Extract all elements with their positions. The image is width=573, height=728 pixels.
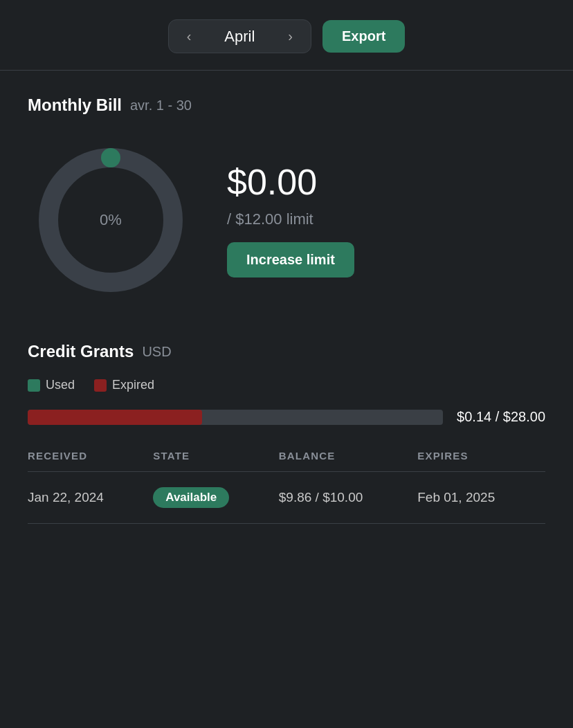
monthly-bill-title: Monthly Bill avr. 1 - 30 [28,95,545,115]
next-month-button[interactable]: › [284,27,297,46]
progress-bar-outer [28,410,443,425]
bill-info: $0.00 / $12.00 limit Increase limit [227,163,354,277]
legend: Used Expired [28,378,545,392]
received-date: Jan 22, 2024 [28,472,153,524]
used-dot [28,379,40,392]
progress-bar-fill [28,410,202,425]
credit-grants-section: Credit Grants USD Used Expired $0.14 / $… [0,328,573,549]
currency-label: USD [142,344,171,360]
bill-content: 0% $0.00 / $12.00 limit Increase limit [28,137,545,303]
monthly-bill-section: Monthly Bill avr. 1 - 30 0% $0.00 / $12.… [0,71,573,328]
prev-month-button[interactable]: ‹ [183,27,196,46]
expired-label: Expired [112,378,154,392]
table-row: Jan 22, 2024 Available $9.86 / $10.00 Fe… [28,472,545,524]
expires-date: Feb 01, 2025 [417,472,545,524]
table-header-row: RECEIVED STATE BALANCE EXPIRES [28,450,545,472]
export-button[interactable]: Export [322,20,405,53]
credit-grants-label: Credit Grants [28,342,134,361]
progress-row: $0.14 / $28.00 [28,409,545,425]
expired-dot [94,379,107,392]
monthly-bill-date-range: avr. 1 - 30 [130,98,192,113]
col-received: RECEIVED [28,450,153,472]
col-expires: EXPIRES [417,450,545,472]
header: ‹ April › Export [0,0,573,70]
bill-limit: / $12.00 limit [227,210,354,228]
col-balance: BALANCE [279,450,417,472]
month-navigator: ‹ April › [168,19,311,53]
legend-used: Used [28,378,75,392]
grants-table: RECEIVED STATE BALANCE EXPIRES Jan 22, 2… [28,450,545,524]
increase-limit-button[interactable]: Increase limit [227,242,354,277]
balance-cell: $9.86 / $10.00 [279,472,417,524]
credit-grants-title: Credit Grants USD [28,342,545,361]
progress-value: $0.14 / $28.00 [457,409,545,425]
available-badge: Available [153,487,229,508]
state-cell: Available [153,472,279,524]
donut-percent: 0% [100,211,122,229]
used-label: Used [46,378,75,392]
monthly-bill-label: Monthly Bill [28,95,122,115]
month-label: April [212,28,267,46]
legend-expired: Expired [94,378,154,392]
col-state: STATE [153,450,279,472]
donut-chart: 0% [28,137,194,303]
bill-amount: $0.00 [227,163,354,202]
